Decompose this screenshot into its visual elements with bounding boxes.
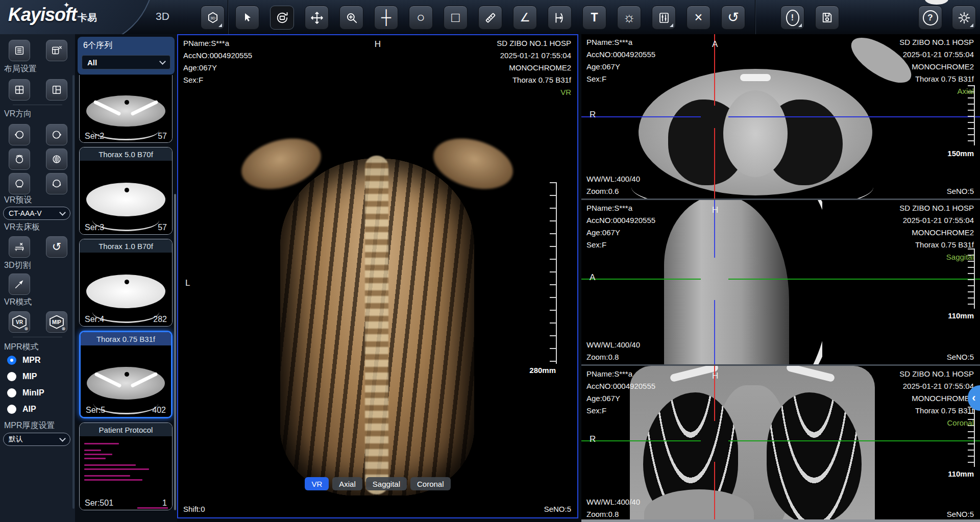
crosshair-button[interactable]: ┼ [374, 6, 398, 30]
image-count: 282 [153, 315, 167, 324]
text-tool-icon: T [591, 12, 598, 23]
orientation-marker-top: H [712, 205, 718, 215]
rect-roi-button[interactable]: □ [444, 6, 468, 30]
series-thumbnail[interactable]: Thorax 1.0 B70f Ser:4282 [79, 239, 173, 327]
image-count: 57 [158, 132, 167, 141]
sidebar-scrollbar[interactable] [72, 75, 75, 509]
grid-layout-button[interactable] [9, 79, 30, 101]
reset-icon: ↺ [52, 240, 61, 254]
view-3d-button[interactable]: 3D [201, 6, 225, 30]
radio-label: MIP [22, 372, 37, 381]
series-no-label: SeNO:5 [544, 505, 571, 513]
vr-viewport[interactable]: PName:S***aAccNO:0004920555 Age:067YSex:… [177, 34, 578, 518]
coronal-button[interactable]: Coronal [410, 477, 451, 490]
alert-button[interactable]: ! [780, 6, 804, 30]
crosshair-horizontal[interactable] [728, 279, 980, 280]
vr-button[interactable]: VR [305, 477, 329, 490]
radio-aip[interactable]: AIP [7, 405, 36, 414]
crosshair-vertical[interactable] [714, 462, 715, 519]
save-button[interactable] [815, 6, 839, 30]
vr-head-right-button[interactable] [46, 124, 67, 145]
ellipse-roi-button[interactable]: ○ [409, 6, 433, 30]
view-type-label: Axial [899, 85, 974, 97]
pan-arrows-icon [310, 11, 324, 24]
patient-info: PName:S***aAccNO:0004920555 Age:067YSex:… [183, 37, 252, 86]
radio-dot [7, 372, 16, 381]
thumbnail-title: Thorax 0.75 B31f [81, 332, 171, 345]
vr-mode-button[interactable]: VR ⊗ [9, 311, 30, 333]
scale-label: 110mm [923, 311, 974, 320]
remove-bed-button[interactable] [9, 236, 30, 258]
series-scrollbar[interactable] [174, 194, 176, 510]
brightness-button[interactable]: ☼ [617, 6, 641, 30]
radio-minip[interactable]: MinIP [7, 388, 44, 397]
vr-head-front-button[interactable] [9, 173, 30, 194]
radio-mpr[interactable]: MPR [7, 356, 41, 365]
series-number: Ser:5 [86, 406, 105, 415]
series-thumbnail[interactable]: Patient Protocol Ser:5011 [79, 422, 173, 510]
crosshair-horizontal[interactable] [581, 279, 701, 280]
crosshair-vertical[interactable] [714, 128, 715, 198]
sagittal-image[interactable] [664, 200, 822, 364]
axial-viewport[interactable]: PName:S***aAccNO:0004920555 Age:067YSex:… [581, 34, 980, 198]
bed-remove-icon [14, 241, 25, 253]
vr-head-left-button[interactable] [9, 124, 30, 145]
radio-label: MinIP [22, 388, 44, 397]
zoom-label: Zoom:0.6 [586, 187, 619, 195]
cursor-button[interactable] [235, 6, 259, 30]
head-front-icon [14, 178, 25, 189]
bed-reset-button[interactable]: ↺ [46, 236, 67, 258]
series-number: Ser:4 [85, 315, 104, 324]
vr-preset-select[interactable]: CT-AAA-V [3, 207, 70, 220]
coronal-image[interactable] [630, 366, 875, 519]
axial-button[interactable]: Axial [332, 477, 362, 490]
horizontal-scrollbar[interactable] [581, 519, 980, 522]
sagittal-viewport[interactable]: PName:S***aAccNO:0004920555 Age:067YSex:… [581, 200, 980, 364]
image-count: 402 [152, 406, 166, 415]
layout-list-button[interactable] [9, 40, 30, 61]
series-thumbnail[interactable]: Ser:257 [79, 75, 173, 143]
rotate-3d-button[interactable] [270, 6, 294, 30]
saggital-button[interactable]: Saggital [366, 477, 407, 490]
crosshair-horizontal[interactable] [728, 440, 980, 441]
view-type-label: Saggital [899, 251, 974, 263]
adjust-sliders-button[interactable] [652, 6, 676, 30]
coronal-viewport[interactable]: PName:S***aAccNO:0004920555 Age:067YSex:… [581, 366, 980, 519]
mpr-thickness-value: 默认 [9, 435, 23, 444]
reset-button[interactable]: ↺ [721, 6, 745, 30]
help-button[interactable]: ? [918, 6, 942, 30]
series-filter-select[interactable]: All [82, 55, 170, 69]
layout-close-button[interactable] [46, 40, 67, 61]
ruler-button[interactable] [478, 6, 502, 30]
crosshair-horizontal[interactable] [581, 440, 701, 441]
crosshair-horizontal[interactable] [728, 116, 980, 117]
crosshair-horizontal[interactable] [581, 116, 701, 117]
series-thumbnail-selected[interactable]: Thorax 0.75 B31f Ser:5402 [79, 331, 173, 418]
mip-mode-button[interactable]: MIP ⊗ [46, 311, 67, 333]
cube-3d-icon: 3D [206, 11, 219, 24]
split-layout-button[interactable] [46, 79, 67, 101]
vr-rendering[interactable] [243, 137, 511, 515]
series-thumbnail[interactable]: Thorax 5.0 B70f Ser:357 [79, 147, 173, 235]
settings-button[interactable] [952, 6, 976, 30]
hex-x-icon: ⊗ [24, 326, 28, 331]
vr-head-split-button[interactable] [46, 148, 67, 170]
orientation-marker-top: A [712, 39, 718, 49]
zoom-tool-button[interactable] [339, 6, 363, 30]
mpr-thickness-select[interactable]: 默认 [3, 433, 70, 446]
scalpel-button[interactable] [9, 274, 30, 295]
crosshair-vertical[interactable] [714, 300, 715, 364]
vr-head-top-button[interactable] [9, 148, 30, 170]
head-split-icon [51, 154, 62, 165]
text-annotation-button[interactable]: T [582, 6, 606, 30]
chevron-down-icon [59, 435, 66, 442]
vr-head-back-button[interactable] [46, 173, 67, 194]
scale-ruler [550, 182, 557, 364]
angle-button[interactable]: ∠ [513, 6, 537, 30]
avatar[interactable] [925, 0, 948, 5]
delete-button[interactable]: × [687, 6, 710, 30]
radio-mip[interactable]: MIP [7, 372, 37, 381]
pan-button[interactable] [305, 6, 329, 30]
fov-angle-button[interactable] [548, 6, 572, 30]
rectangle-icon: □ [451, 11, 459, 24]
